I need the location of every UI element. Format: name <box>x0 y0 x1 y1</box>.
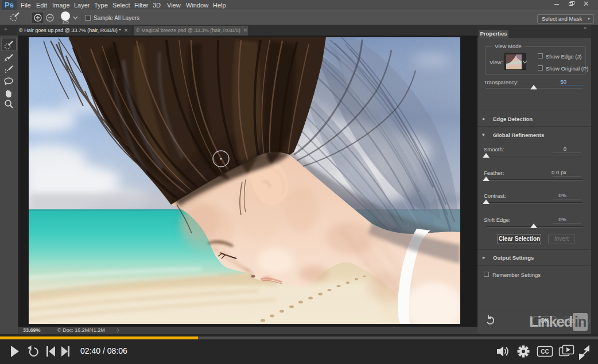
svg-text:125: 125 <box>62 20 69 24</box>
svg-text:Sample All Layers: Sample All Layers <box>94 15 139 21</box>
svg-text:CC: CC <box>541 349 549 355</box>
